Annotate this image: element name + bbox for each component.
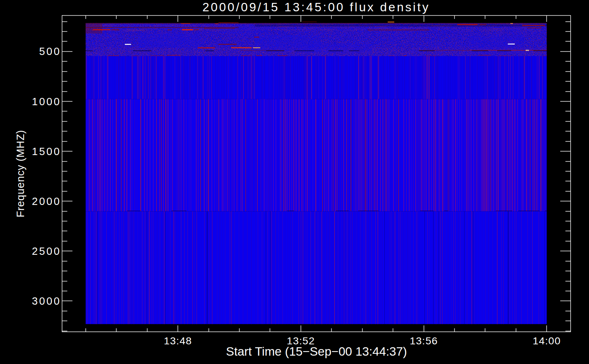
svg-text:13:56: 13:56 <box>410 335 438 347</box>
svg-text:2000/09/15 13:45:00 flux densi: 2000/09/15 13:45:00 flux density <box>202 0 430 14</box>
svg-text:Start Time (15−Sep−00 13:44:37: Start Time (15−Sep−00 13:44:37) <box>226 345 407 358</box>
svg-text:13:48: 13:48 <box>164 335 192 347</box>
svg-text:2000: 2000 <box>32 195 61 207</box>
svg-text:500: 500 <box>39 46 61 57</box>
svg-text:1500: 1500 <box>32 146 61 157</box>
svg-text:3000: 3000 <box>32 295 61 307</box>
svg-text:1000: 1000 <box>32 96 61 107</box>
svg-text:14:00: 14:00 <box>533 335 561 347</box>
svg-text:2500: 2500 <box>32 245 61 257</box>
svg-text:Frequency (MHZ): Frequency (MHZ) <box>15 130 26 218</box>
